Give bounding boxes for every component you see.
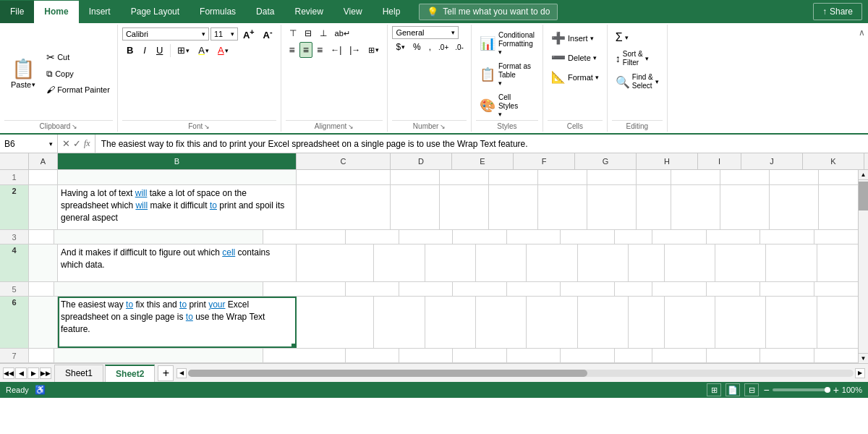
cell-l5[interactable] xyxy=(760,282,814,296)
cell-f3[interactable] xyxy=(453,230,506,244)
cell-a5[interactable] xyxy=(29,282,54,296)
accessibility-icon[interactable]: ♿ xyxy=(35,385,46,395)
wrap-text-button[interactable]: ab↵ xyxy=(331,27,354,41)
cut-button[interactable]: ✂ Cut xyxy=(43,50,113,64)
col-header-c[interactable]: C xyxy=(297,153,391,169)
cell-f7[interactable] xyxy=(453,349,506,362)
tab-view[interactable]: View xyxy=(333,1,373,23)
cell-j7[interactable] xyxy=(652,349,706,362)
cell-l7[interactable] xyxy=(760,349,814,362)
zoom-slider-area[interactable]: − + 100% xyxy=(763,384,862,396)
sheet-tab-sheet2[interactable]: Sheet2 xyxy=(105,365,155,382)
borders-button[interactable]: ⊞ ▾ xyxy=(174,43,193,57)
cell-k2[interactable] xyxy=(720,185,770,229)
underline-button[interactable]: U xyxy=(152,43,167,57)
tab-help[interactable]: Help xyxy=(373,1,411,23)
help-search-box[interactable]: 💡 Tell me what you want to do xyxy=(419,4,558,20)
col-header-l[interactable]: L xyxy=(864,153,868,169)
tab-insert[interactable]: Insert xyxy=(79,1,121,23)
cell-f5[interactable] xyxy=(453,282,506,296)
cell-l3[interactable] xyxy=(760,230,814,244)
tab-formulas[interactable]: Formulas xyxy=(190,1,246,23)
cell-g3[interactable] xyxy=(507,230,561,244)
cell-b3[interactable] xyxy=(54,230,263,244)
scroll-thumb-v[interactable] xyxy=(859,182,868,210)
cell-c2[interactable] xyxy=(297,185,391,229)
row-num-6[interactable]: 6 xyxy=(0,297,29,348)
cell-l4[interactable] xyxy=(766,244,817,281)
row-num-1[interactable]: 1 xyxy=(0,170,29,184)
align-center-button[interactable]: ≡ xyxy=(299,42,312,58)
cell-a7[interactable] xyxy=(29,349,54,362)
h-scroll-left[interactable]: ◀ xyxy=(176,368,187,378)
cell-e7[interactable] xyxy=(399,349,453,362)
italic-button[interactable]: I xyxy=(139,43,150,57)
col-header-f[interactable]: F xyxy=(514,153,575,169)
number-expand-icon[interactable]: ↘ xyxy=(440,123,446,130)
alignment-expand-icon[interactable]: ↘ xyxy=(348,123,354,130)
cell-a4[interactable] xyxy=(29,244,58,281)
cell-b5[interactable] xyxy=(54,282,263,296)
row-num-3[interactable]: 3 xyxy=(0,230,29,244)
cell-f2[interactable] xyxy=(489,185,538,229)
page-layout-view-button[interactable]: 📄 xyxy=(726,383,740,396)
cell-a3[interactable] xyxy=(29,230,54,244)
tab-page-layout[interactable]: Page Layout xyxy=(121,1,190,23)
cell-i6[interactable] xyxy=(629,297,665,348)
scroll-last-tab-button[interactable]: ▶▶ xyxy=(40,367,51,379)
cell-i3[interactable] xyxy=(615,230,653,244)
zoom-plus-button[interactable]: + xyxy=(833,384,839,396)
cell-k1[interactable] xyxy=(720,170,770,184)
cell-c5[interactable] xyxy=(263,282,346,296)
cell-k7[interactable] xyxy=(707,349,760,362)
tab-data[interactable]: Data xyxy=(246,1,284,23)
h-scroll-thumb[interactable] xyxy=(188,370,587,377)
number-format-dropdown[interactable]: General ▾ xyxy=(392,26,459,39)
cell-d2[interactable] xyxy=(391,185,440,229)
cell-d4[interactable] xyxy=(374,244,425,281)
cell-d7[interactable] xyxy=(346,349,399,362)
cell-d5[interactable] xyxy=(346,282,399,296)
scroll-left-tab-button[interactable]: ◀◀ xyxy=(3,367,14,379)
copy-button[interactable]: ⧉ Copy xyxy=(43,67,113,80)
h-scroll-track[interactable] xyxy=(188,370,854,377)
merge-center-button[interactable]: ⊞ ▾ xyxy=(365,43,383,57)
cell-i4[interactable] xyxy=(629,244,665,281)
comma-button[interactable]: , xyxy=(425,41,435,54)
format-button[interactable]: 📐 Format ▾ xyxy=(548,68,603,86)
add-sheet-button[interactable]: + xyxy=(158,365,174,381)
cell-g1[interactable] xyxy=(538,170,587,184)
cell-j4[interactable] xyxy=(665,244,715,281)
bottom-align-button[interactable]: ⊥ xyxy=(316,26,331,41)
cell-j2[interactable] xyxy=(671,185,720,229)
sheet-tab-sheet1[interactable]: Sheet1 xyxy=(54,365,103,382)
name-box[interactable]: B6 ▾ xyxy=(0,135,58,153)
col-header-e[interactable]: E xyxy=(452,153,514,169)
cell-i2[interactable] xyxy=(637,185,671,229)
cell-c4[interactable] xyxy=(297,244,374,281)
find-select-button[interactable]: 🔍 Find & Select ▾ xyxy=(612,71,663,93)
align-left-button[interactable]: ≡ xyxy=(286,42,299,58)
cell-e6[interactable] xyxy=(425,297,476,348)
sort-filter-button[interactable]: ↕ Sort & Filter ▾ xyxy=(612,48,663,69)
cell-d6[interactable] xyxy=(374,297,425,348)
cell-f6[interactable] xyxy=(476,297,527,348)
cell-k6[interactable] xyxy=(715,297,766,348)
scroll-up-button[interactable]: ▲ xyxy=(859,170,869,180)
row-num-2[interactable]: 2 xyxy=(0,185,29,229)
cell-g4[interactable] xyxy=(527,244,577,281)
h-scroll-right[interactable]: ▶ xyxy=(855,368,865,378)
cell-f4[interactable] xyxy=(476,244,527,281)
paste-button[interactable]: 📋 Paste ▾ xyxy=(4,54,42,93)
dec-dec-button[interactable]: .0- xyxy=(452,42,467,53)
bold-button[interactable]: B xyxy=(122,43,137,57)
font-name-dropdown[interactable]: Calibri ▾ xyxy=(122,27,209,41)
indent-inc-button[interactable]: |→ xyxy=(346,43,364,57)
cell-e4[interactable] xyxy=(425,244,476,281)
cell-e1[interactable] xyxy=(440,170,489,184)
cell-k3[interactable] xyxy=(707,230,760,244)
cell-l6[interactable] xyxy=(766,297,817,348)
cell-j5[interactable] xyxy=(652,282,706,296)
cell-c1[interactable] xyxy=(297,170,391,184)
cell-k5[interactable] xyxy=(707,282,760,296)
